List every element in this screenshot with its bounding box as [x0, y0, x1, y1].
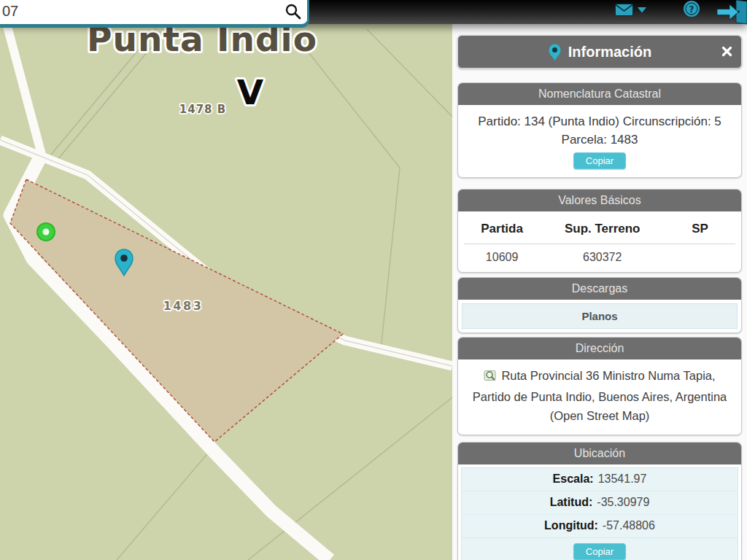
section-valores-title: Valores Básicos — [458, 190, 741, 211]
search-bar — [0, 0, 309, 28]
nomenclatura-line-2: Parcela: 1483 — [462, 131, 737, 149]
exit-button[interactable] — [716, 0, 747, 25]
column-partida: Partida — [464, 222, 540, 236]
longitud-row: Longitud:-57.48806 — [462, 514, 738, 537]
section-ubicacion-title: Ubicación — [458, 443, 741, 464]
map-magnifier-icon — [484, 368, 497, 387]
section-descargas-title: Descargas — [458, 278, 741, 300]
section-nomenclatura-title: Nomenclatura Catastral — [458, 83, 741, 105]
map-zone-label: V — [237, 72, 264, 112]
column-sp: SP — [665, 222, 735, 236]
help-button[interactable]: ? — [683, 0, 700, 18]
value-partida: 10609 — [464, 251, 540, 264]
nomenclatura-line-1: Partido: 134 (Punta Indio) Circunscripci… — [462, 112, 737, 131]
envelope-icon — [615, 4, 633, 16]
map-canvas[interactable]: Punta Indio V 1478 B 1483 — [0, 24, 452, 560]
planos-link[interactable]: Planos — [462, 303, 738, 329]
escala-row: Escala:13541.97 — [462, 468, 738, 491]
section-nomenclatura-body: Partido: 134 (Punta Indio) Circunscripci… — [458, 105, 741, 177]
section-direccion-title: Dirección — [458, 338, 741, 359]
svg-text:?: ? — [689, 4, 694, 15]
copy-ubicacion-button[interactable]: Copiar — [573, 543, 626, 560]
direccion-line-1: Ruta Provincial 36 Ministro Numa Tapia, — [461, 366, 738, 387]
mail-button[interactable] — [615, 4, 646, 16]
map-svg: Punta Indio V 1478 B 1483 — [0, 24, 452, 560]
section-ubicacion: Ubicación Escala:13541.97 Latitud:-35.30… — [457, 442, 742, 560]
section-direccion: Dirección Ruta Provincial 36 Ministro Nu… — [457, 337, 742, 435]
chevron-down-icon — [638, 7, 646, 13]
ubicacion-copy-row: Copiar — [462, 537, 738, 560]
panel-title: Información — [568, 44, 651, 61]
topbar: ? — [0, 0, 747, 24]
exit-icon — [716, 0, 747, 25]
direccion-line-2: Partido de Punta Indio, Buenos Aires, Ar… — [461, 387, 738, 406]
section-nomenclatura: Nomenclatura Catastral Partido: 134 (Pun… — [457, 82, 742, 178]
panel-header: Información — [457, 35, 742, 69]
search-button[interactable] — [282, 2, 304, 23]
map-pin-icon — [548, 43, 562, 61]
value-sp — [665, 251, 735, 264]
question-icon: ? — [683, 0, 700, 18]
latitud-row: Latitud:-35.30979 — [462, 491, 738, 514]
valores-table-row: 10609 630372 — [464, 244, 735, 266]
parcel-1478b-label: 1478 B — [179, 103, 226, 116]
section-direccion-body: Ruta Provincial 36 Ministro Numa Tapia, … — [458, 359, 741, 435]
valores-table: Partida Sup. Terreno SP 10609 630372 — [458, 211, 741, 272]
column-sup-terreno: Sup. Terreno — [540, 222, 665, 236]
section-valores: Valores Básicos Partida Sup. Terreno SP … — [457, 189, 742, 273]
direccion-line-3: (Open Street Map) — [461, 406, 738, 425]
close-button[interactable] — [721, 46, 732, 59]
section-descargas: Descargas Planos — [457, 277, 742, 333]
copy-nomenclatura-button[interactable]: Copiar — [573, 152, 626, 169]
search-input[interactable] — [0, 0, 272, 23]
section-ubicacion-body: Escala:13541.97 Latitud:-35.30979 Longit… — [461, 467, 738, 560]
section-descargas-body: Planos — [458, 300, 741, 332]
green-circle-marker[interactable] — [37, 223, 55, 241]
search-icon — [285, 3, 302, 20]
map-city-label: Punta Indio — [87, 24, 317, 59]
info-panel: Información Nomenclatura Catastral Parti… — [452, 24, 747, 560]
close-icon — [721, 46, 732, 57]
parcel-1483-label: 1483 — [163, 299, 204, 313]
valores-table-header: Partida Sup. Terreno SP — [464, 214, 735, 244]
value-sup-terreno: 630372 — [540, 251, 665, 264]
